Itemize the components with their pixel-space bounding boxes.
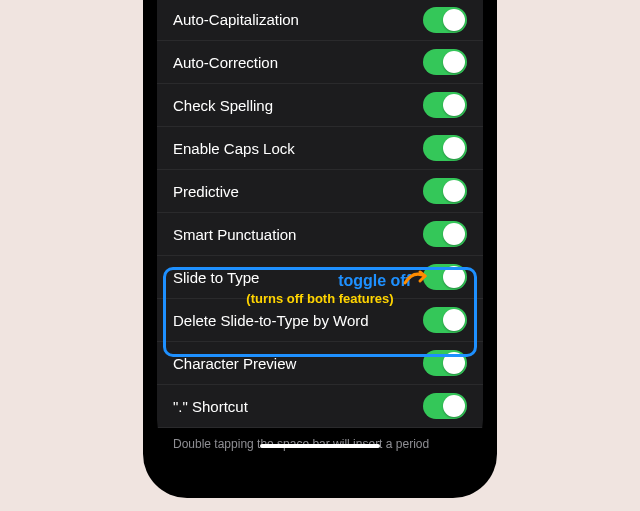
row-enable-caps-lock[interactable]: Enable Caps Lock [157,127,483,170]
row-slide-to-type[interactable]: Slide to Type [157,256,483,299]
row-label: Enable Caps Lock [173,140,295,157]
settings-screen: Auto-Capitalization Auto-Correction Chec… [157,0,483,454]
row-check-spelling[interactable]: Check Spelling [157,84,483,127]
row-label: "." Shortcut [173,398,248,415]
row-label: Predictive [173,183,239,200]
keyboard-settings-list: Auto-Capitalization Auto-Correction Chec… [157,0,483,428]
toggle-switch[interactable] [423,178,467,204]
toggle-switch[interactable] [423,49,467,75]
row-smart-punctuation[interactable]: Smart Punctuation [157,213,483,256]
row-predictive[interactable]: Predictive [157,170,483,213]
row-character-preview[interactable]: Character Preview [157,342,483,385]
toggle-switch[interactable] [423,135,467,161]
toggle-switch[interactable] [423,350,467,376]
section-footer: Double tapping the space bar will insert… [157,428,483,454]
toggle-switch[interactable] [423,307,467,333]
row-delete-slide-to-type-by-word[interactable]: Delete Slide-to-Type by Word [157,299,483,342]
toggle-switch[interactable] [423,393,467,419]
row-label: Delete Slide-to-Type by Word [173,312,369,329]
toggle-switch[interactable] [423,264,467,290]
home-indicator[interactable] [260,444,380,448]
row-label: Smart Punctuation [173,226,296,243]
toggle-switch[interactable] [423,221,467,247]
phone-frame: Auto-Capitalization Auto-Correction Chec… [143,0,497,498]
row-label: Slide to Type [173,269,259,286]
row-label: Auto-Correction [173,54,278,71]
row-period-shortcut[interactable]: "." Shortcut [157,385,483,428]
toggle-switch[interactable] [423,7,467,33]
row-auto-correction[interactable]: Auto-Correction [157,41,483,84]
row-auto-capitalization[interactable]: Auto-Capitalization [157,0,483,41]
row-label: Check Spelling [173,97,273,114]
toggle-switch[interactable] [423,92,467,118]
row-label: Auto-Capitalization [173,11,299,28]
row-label: Character Preview [173,355,296,372]
